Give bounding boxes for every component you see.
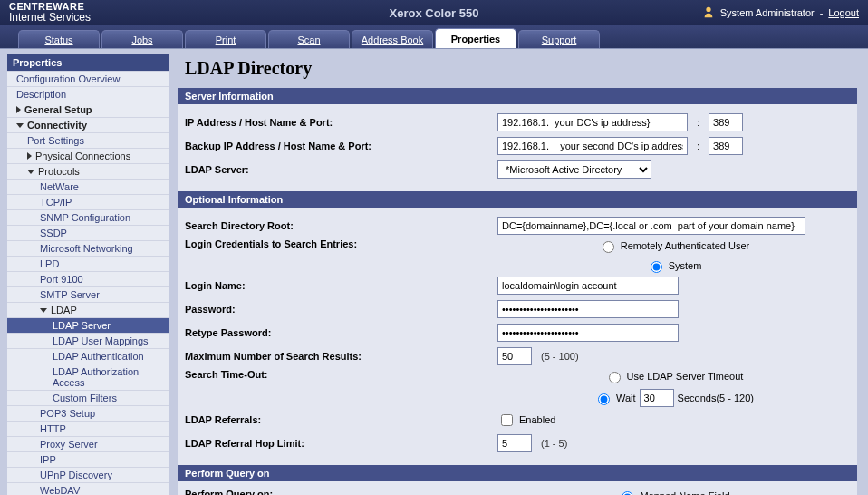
sidebar-msnet[interactable]: Microsoft Networking [7, 240, 169, 256]
sidebar-http[interactable]: HTTP [7, 421, 169, 436]
sidebar-upnp[interactable]: UPnP Discovery [7, 467, 169, 482]
lbl-max-results: Maximum Number of Search Results: [185, 351, 497, 362]
hop-limit-input[interactable] [497, 434, 532, 452]
tab-properties[interactable]: Properties [435, 28, 516, 48]
sidebar-ldap-auth[interactable]: LDAP Authentication [7, 348, 169, 364]
lbl-ip-host-port: IP Address / Host Name & Port: [185, 117, 497, 128]
sidebar-description[interactable]: Description [7, 86, 169, 102]
user-box: System Administrator - Logout [702, 5, 859, 20]
lbl-hop-limit: LDAP Referral Hop Limit: [185, 438, 497, 449]
caret-down-icon [40, 308, 47, 313]
brand: CENTREWARE Internet Services [9, 1, 91, 24]
timeout-wait-input[interactable] [640, 389, 674, 407]
tab-bar: Status Jobs Print Scan Address Book Prop… [0, 25, 868, 49]
caret-down-icon [16, 123, 24, 128]
sidebar-ldap-server[interactable]: LDAP Server [7, 317, 169, 333]
lbl-search-timeout: Search Time-Out: [185, 369, 497, 380]
caret-right-icon [16, 106, 21, 113]
sidebar-port-settings[interactable]: Port Settings [7, 132, 169, 148]
primary-ip-input[interactable] [497, 113, 688, 131]
page-title: LDAP Directory [185, 58, 857, 79]
backup-ip-input[interactable] [497, 137, 688, 155]
optional-info-head: Optional Information [178, 191, 857, 208]
optional-info-body: Search Directory Root: Login Credentials… [178, 208, 857, 465]
max-results-hint: (5 - 100) [541, 351, 579, 362]
port-colon: : [697, 117, 699, 128]
sidebar-physical-connections[interactable]: Physical Connections [7, 148, 169, 163]
lbl-login-name: Login Name: [185, 280, 497, 291]
sidebar-protocols[interactable]: Protocols [7, 163, 169, 179]
cred-system-radio[interactable]: System [646, 258, 702, 273]
lbl-login-creds: Login Credentials to Search Entries: [185, 238, 497, 249]
brand-sub: Internet Services [9, 12, 91, 24]
sidebar-webdav[interactable]: WebDAV [7, 482, 169, 495]
tab-addressbook[interactable]: Address Book [352, 30, 433, 48]
cred-remote-radio[interactable]: Remotely Authenticated User [598, 238, 749, 253]
perform-query-head: Perform Query on [178, 465, 857, 481]
sidebar-connectivity[interactable]: Connectivity [7, 117, 169, 132]
sidebar-lpd[interactable]: LPD [7, 256, 169, 271]
server-info-head: Server Information [178, 88, 857, 104]
lbl-retype-password: Retype Password: [185, 327, 497, 338]
sidebar-head: Properties [7, 54, 169, 71]
lbl-password: Password: [185, 304, 497, 315]
timeout-wait-radio[interactable]: Wait Seconds(5 - 120) [593, 389, 754, 407]
server-info-body: IP Address / Host Name & Port: : Backup … [178, 104, 857, 191]
lbl-ldap-server: LDAP Server: [185, 164, 497, 175]
query-mapped-radio[interactable]: Mapped Name Field [617, 489, 729, 495]
workspace: Properties Configuration Overview Descri… [0, 49, 868, 495]
sidebar-ipp[interactable]: IPP [7, 451, 169, 467]
sidebar-snmp[interactable]: SNMP Configuration [7, 209, 169, 225]
lbl-perform-query: Perform Query on: [185, 489, 497, 495]
search-root-input[interactable] [497, 217, 805, 235]
lbl-search-root: Search Directory Root: [185, 220, 497, 231]
sidebar-custom-filters[interactable]: Custom Filters [7, 390, 169, 405]
retype-password-input[interactable] [497, 324, 679, 342]
top-bar: CENTREWARE Internet Services Xerox Color… [0, 0, 868, 25]
sidebar-port9100[interactable]: Port 9100 [7, 271, 169, 286]
max-results-input[interactable] [497, 347, 532, 365]
sidebar-config-overview[interactable]: Configuration Overview [7, 71, 169, 86]
tab-status[interactable]: Status [18, 30, 100, 48]
timeout-server-radio[interactable]: Use LDAP Server Timeout [604, 369, 744, 383]
sidebar-netware[interactable]: NetWare [7, 179, 169, 194]
login-name-input[interactable] [497, 277, 679, 295]
sidebar-proxy[interactable]: Proxy Server [7, 436, 169, 451]
password-input[interactable] [497, 300, 679, 318]
port-colon: : [697, 141, 699, 151]
user-icon [702, 5, 715, 20]
sidebar-pop3[interactable]: POP3 Setup [7, 405, 169, 421]
backup-port-input[interactable] [709, 137, 743, 155]
ldap-server-select[interactable]: *Microsoft Active Directory [497, 160, 651, 179]
sidebar-tcpip[interactable]: TCP/IP [7, 194, 169, 209]
tab-scan[interactable]: Scan [268, 30, 350, 48]
perform-query-body: Perform Query on: Mapped Name Field Surn… [178, 481, 857, 495]
tab-jobs[interactable]: Jobs [101, 30, 183, 48]
primary-port-input[interactable] [709, 113, 743, 131]
main-panel: LDAP Directory Server Information IP Add… [172, 49, 868, 495]
sidebar-ssdp[interactable]: SSDP [7, 225, 169, 240]
user-label: System Administrator [720, 7, 815, 18]
caret-right-icon [27, 152, 32, 160]
lbl-referrals: LDAP Referrals: [185, 414, 497, 425]
device-name: Xerox Color 550 [390, 6, 479, 20]
sidebar-ldap[interactable]: LDAP [7, 302, 169, 317]
user-sep: - [820, 7, 824, 18]
svg-point-0 [706, 7, 710, 12]
caret-down-icon [27, 170, 34, 174]
sidebar-ldap-user-mappings[interactable]: LDAP User Mappings [7, 333, 169, 348]
sidebar-ldap-authz[interactable]: LDAP Authorization Access [7, 364, 169, 390]
sidebar-general-setup[interactable]: General Setup [7, 102, 169, 117]
logout-link[interactable]: Logout [828, 7, 859, 18]
referrals-checkbox[interactable]: Enabled [497, 412, 555, 429]
tab-support[interactable]: Support [518, 30, 600, 48]
hop-limit-hint: (1 - 5) [541, 438, 567, 449]
lbl-backup-ip: Backup IP Address / Host Name & Port: [185, 141, 497, 151]
tab-print[interactable]: Print [185, 30, 266, 48]
sidebar: Properties Configuration Overview Descri… [0, 49, 172, 495]
sidebar-smtp[interactable]: SMTP Server [7, 286, 169, 302]
